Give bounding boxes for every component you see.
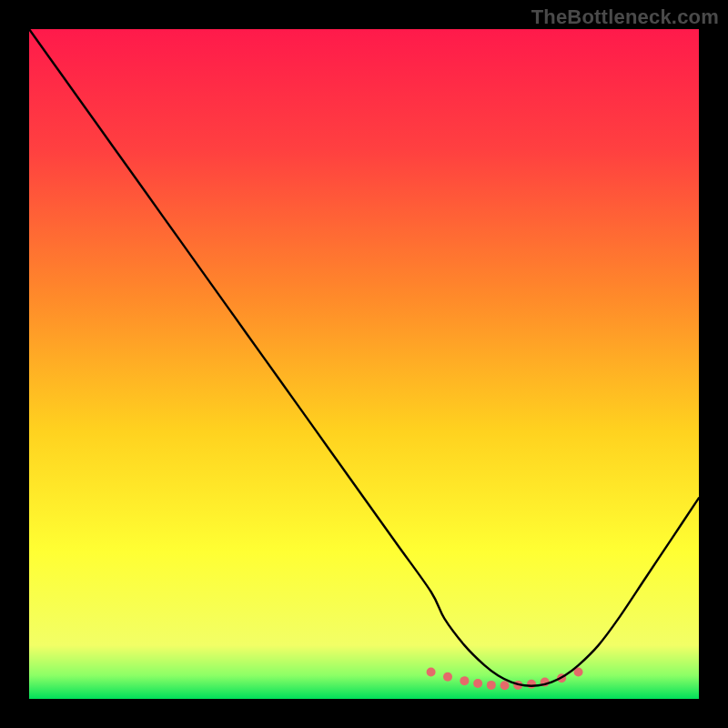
marker-dot: [500, 681, 510, 690]
watermark-text: TheBottleneck.com: [531, 5, 719, 29]
marker-dot: [487, 681, 496, 690]
chart-stage: TheBottleneck.com: [0, 0, 728, 728]
marker-dot: [460, 676, 469, 685]
marker-dot: [473, 679, 482, 688]
marker-dot: [443, 672, 452, 682]
marker-dot: [427, 668, 436, 677]
marker-dot: [527, 680, 536, 689]
plot-background: [29, 29, 699, 699]
bottleneck-chart: [0, 0, 728, 728]
